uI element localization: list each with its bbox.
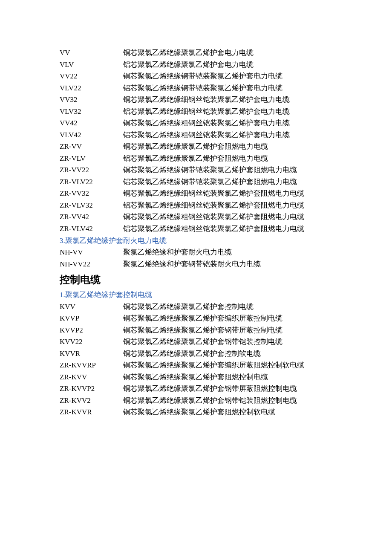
cable-description: 铝芯聚氯乙烯绝缘细钢丝铠装聚氯乙烯护套阻燃电力电缆 [123,199,332,211]
cable-code: ZR-KVV2 [60,395,123,407]
cable-description: 铜芯聚氯乙烯绝缘聚氯乙烯护套控制软电缆 [123,348,332,360]
cable-code: VLV [60,59,123,71]
cable-code: ZR-VLV [60,153,123,165]
table-row: ZR-KVVP2铜芯聚氯乙烯绝缘聚氯乙烯护套钢带屏蔽阻燃控制电缆 [60,383,332,395]
cable-description: 铜芯聚氯乙烯绝缘聚氯乙烯护套电力电缆 [123,47,332,59]
table-row: KVVP2铜芯聚氯乙烯绝缘聚氯乙烯护套钢带屏蔽控制电缆 [60,324,332,336]
cable-description: 铜芯聚氯乙烯绝缘细钢丝铠装聚氯乙烯护套阻燃电力电缆 [123,188,332,199]
table-row: ZR-KVV2铜芯聚氯乙烯绝缘聚氯乙烯护套钢带铠装阻燃控制电缆 [60,395,332,407]
table-row: ZR-VV32铜芯聚氯乙烯绝缘细钢丝铠装聚氯乙烯护套阻燃电力电缆 [60,188,332,199]
cable-code: VV32 [60,94,123,106]
cable-description: 铜芯聚氯乙烯绝缘钢带铠装聚氯乙烯护套电力电缆 [123,70,332,82]
cable-description: 铝芯聚氯乙烯绝缘粗钢丝铠装聚氯乙烯护套电力电缆 [123,129,332,141]
table-row: VLV42铝芯聚氯乙烯绝缘粗钢丝铠装聚氯乙烯护套电力电缆 [60,129,332,141]
table-row: ZR-VLV铝芯聚氯乙烯绝缘聚氯乙烯护套阻燃电力电缆 [60,153,332,165]
document-page: VV铜芯聚氯乙烯绝缘聚氯乙烯护套电力电缆VLV铝芯聚氯乙烯绝缘聚氯乙烯护套电力电… [0,0,392,418]
cable-code: ZR-VLV32 [60,199,123,211]
table-row: NH-VV聚氯乙烯绝缘和护套耐火电力电缆 [60,246,332,258]
cable-description: 铜芯聚氯乙烯绝缘粗钢丝铠装聚氯乙烯护套阻燃电力电缆 [123,211,332,223]
table-row: ZR-KVVRP铜芯聚氯乙烯绝缘聚氯乙烯护套编织屏蔽阻燃控制软电缆 [60,359,332,371]
cable-description: 铜芯聚氯乙烯绝缘细钢丝铠装聚氯乙烯护套电力电缆 [123,94,332,106]
cable-code: NH-VV [60,246,123,258]
cable-code: NH-VV22 [60,258,123,270]
cable-code: ZR-VLV42 [60,223,123,235]
cable-code: KVVP [60,312,123,324]
table-row: VV32铜芯聚氯乙烯绝缘细钢丝铠装聚氯乙烯护套电力电缆 [60,94,332,106]
cable-description: 铜芯聚氯乙烯绝缘聚氯乙烯护套钢带铠装阻燃控制电缆 [123,395,332,407]
cable-code: ZR-VLV22 [60,176,123,188]
cable-description: 铝芯聚氯乙烯绝缘细钢丝铠装聚氯乙烯护套电力电缆 [123,106,332,118]
cable-code: KVVP2 [60,324,123,336]
table-row: ZR-KVVR铜芯聚氯乙烯绝缘聚氯乙烯护套阻燃控制软电缆 [60,406,332,418]
cable-description: 铜芯聚氯乙烯绝缘聚氯乙烯护套钢带屏蔽控制电缆 [123,324,332,336]
cable-code: ZR-VV32 [60,188,123,199]
cable-code: KVV [60,301,123,313]
table-row: ZR-VLV42铝芯聚氯乙烯绝缘粗钢丝铠装聚氯乙烯护套阻燃电力电缆 [60,223,332,235]
cable-description: 铝芯聚氯乙烯绝缘钢带铠装聚氯乙烯护套阻燃电力电缆 [123,176,332,188]
cable-code: ZR-KVVRP [60,359,123,371]
cable-description: 铜芯聚氯乙烯绝缘聚氯乙烯护套编织屏蔽阻燃控制软电缆 [123,359,332,371]
cable-description: 铜芯聚氯乙烯绝缘聚氯乙烯护套钢带屏蔽阻燃控制电缆 [123,383,332,395]
cable-code: VLV32 [60,106,123,118]
cable-description: 铜芯聚氯乙烯绝缘聚氯乙烯护套阻燃电力电缆 [123,141,332,153]
sub-heading: 3.聚氯乙烯绝缘护套耐火电力电缆 [60,235,332,247]
cable-code: VV22 [60,70,123,82]
cable-code: VV [60,47,123,59]
cable-code: ZR-VV22 [60,164,123,176]
cable-description: 铝芯聚氯乙烯绝缘钢带铠装聚氯乙烯护套电力电缆 [123,82,332,94]
cable-description: 聚氯乙烯绝缘和护套耐火电力电缆 [123,246,332,258]
main-heading: 控制电缆 [60,272,332,288]
cable-description: 铝芯聚氯乙烯绝缘聚氯乙烯护套阻燃电力电缆 [123,153,332,165]
cable-code: ZR-KVVR [60,406,123,418]
table-row: ZR-VV42铜芯聚氯乙烯绝缘粗钢丝铠装聚氯乙烯护套阻燃电力电缆 [60,211,332,223]
table-row: ZR-VV铜芯聚氯乙烯绝缘聚氯乙烯护套阻燃电力电缆 [60,141,332,153]
cable-description: 铜芯聚氯乙烯绝缘聚氯乙烯护套钢带铠装控制电缆 [123,336,332,348]
cable-code: ZR-KVVP2 [60,383,123,395]
table-row: ZR-KVV铜芯聚氯乙烯绝缘聚氯乙烯护套阻燃控制电缆 [60,371,332,383]
table-row: KVV铜芯聚氯乙烯绝缘聚氯乙烯护套控制电缆 [60,301,332,313]
table-row: ZR-VLV32铝芯聚氯乙烯绝缘细钢丝铠装聚氯乙烯护套阻燃电力电缆 [60,199,332,211]
cable-description: 铜芯聚氯乙烯绝缘聚氯乙烯护套编织屏蔽控制电缆 [123,312,332,324]
cable-description: 铜芯聚氯乙烯绝缘粗钢丝铠装聚氯乙烯护套电力电缆 [123,117,332,129]
table-row: KVVP铜芯聚氯乙烯绝缘聚氯乙烯护套编织屏蔽控制电缆 [60,312,332,324]
cable-description: 铝芯聚氯乙烯绝缘粗钢丝铠装聚氯乙烯护套阻燃电力电缆 [123,223,332,235]
cable-description: 铝芯聚氯乙烯绝缘聚氯乙烯护套电力电缆 [123,59,332,71]
table-row: ZR-VLV22铝芯聚氯乙烯绝缘钢带铠装聚氯乙烯护套阻燃电力电缆 [60,176,332,188]
cable-description: 聚氯乙烯绝缘和护套钢带铠装耐火电力电缆 [123,258,332,270]
cable-code: ZR-VV [60,141,123,153]
table-row: KVVR铜芯聚氯乙烯绝缘聚氯乙烯护套控制软电缆 [60,348,332,360]
cable-code: VLV22 [60,82,123,94]
table-row: ZR-VV22铜芯聚氯乙烯绝缘钢带铠装聚氯乙烯护套阻燃电力电缆 [60,164,332,176]
table-row: VV22铜芯聚氯乙烯绝缘钢带铠装聚氯乙烯护套电力电缆 [60,70,332,82]
table-row: VV铜芯聚氯乙烯绝缘聚氯乙烯护套电力电缆 [60,47,332,59]
table-row: KVV22铜芯聚氯乙烯绝缘聚氯乙烯护套钢带铠装控制电缆 [60,336,332,348]
cable-code: KVV22 [60,336,123,348]
cable-code: ZR-KVV [60,371,123,383]
cable-description: 铜芯聚氯乙烯绝缘聚氯乙烯护套阻燃控制电缆 [123,371,332,383]
table-row: NH-VV22聚氯乙烯绝缘和护套钢带铠装耐火电力电缆 [60,258,332,270]
cable-code: VV42 [60,117,123,129]
cable-description: 铜芯聚氯乙烯绝缘聚氯乙烯护套阻燃控制软电缆 [123,406,332,418]
cable-description: 铜芯聚氯乙烯绝缘聚氯乙烯护套控制电缆 [123,301,332,313]
table-row: VV42铜芯聚氯乙烯绝缘粗钢丝铠装聚氯乙烯护套电力电缆 [60,117,332,129]
table-row: VLV32铝芯聚氯乙烯绝缘细钢丝铠装聚氯乙烯护套电力电缆 [60,106,332,118]
cable-code: ZR-VV42 [60,211,123,223]
table-row: VLV22铝芯聚氯乙烯绝缘钢带铠装聚氯乙烯护套电力电缆 [60,82,332,94]
cable-code: KVVR [60,348,123,360]
sub-heading: 1.聚氯乙烯绝缘护套控制电缆 [60,289,332,301]
cable-description: 铜芯聚氯乙烯绝缘钢带铠装聚氯乙烯护套阻燃电力电缆 [123,164,332,176]
cable-code: VLV42 [60,129,123,141]
table-row: VLV铝芯聚氯乙烯绝缘聚氯乙烯护套电力电缆 [60,59,332,71]
